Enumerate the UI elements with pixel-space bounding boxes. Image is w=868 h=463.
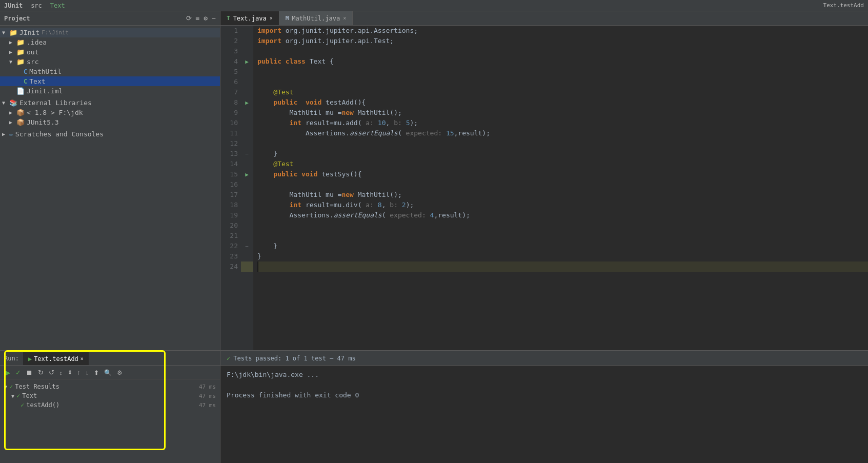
ln-8: 8 [220, 97, 241, 108]
gutter-fold-13[interactable]: − [245, 149, 249, 159]
run-tab-active[interactable]: ▶ Text.testAdd × [23, 351, 89, 365]
run-collapse-btn[interactable]: ↓ [84, 368, 91, 377]
junit-label: JUnit5.3 [27, 118, 59, 126]
arrow-src: ▼ [9, 59, 16, 65]
ln-20: 20 [220, 220, 241, 231]
tree-item-root[interactable]: ▼ 📁 JInit F:\Jinit [0, 28, 220, 37]
sync-icon[interactable]: ⟳ [186, 14, 192, 22]
run-settings-btn[interactable]: ⚙ [115, 368, 125, 377]
src-folder-icon: 📁 [16, 58, 25, 66]
tree-item-idea[interactable]: ▶ 📁 .idea [0, 37, 220, 47]
arrow-out: ▶ [9, 49, 16, 55]
tree-item-out[interactable]: ▶ 📁 out [0, 47, 220, 57]
gutter-fold-22[interactable]: − [245, 241, 249, 251]
run-search-btn[interactable]: 🔍 [102, 368, 114, 377]
run-tab-header: Run: ▶ Text.testAdd × [0, 351, 220, 366]
results-check-icon: ✓ [9, 383, 13, 390]
code-line-6 [257, 77, 868, 87]
root-label: JInit [19, 29, 39, 36]
arrow-scratches: ▶ [2, 131, 9, 137]
run-sort-btn[interactable]: ↕ [57, 369, 65, 377]
code-line-22: } [257, 241, 868, 251]
tree-item-junit[interactable]: ▶ 📦 JUnit5.3 [0, 117, 220, 127]
code-line-7: @Test [257, 87, 868, 97]
ln-4: 4 [220, 56, 241, 67]
gear-icon[interactable]: ⚙ [204, 14, 208, 22]
code-line-12 [257, 138, 868, 149]
status-check-icon: ✓ [227, 355, 230, 362]
tree-item-text[interactable]: C Text [0, 76, 220, 86]
tab-textjava[interactable]: T Text.java × [220, 11, 279, 25]
code-line-13: } [257, 149, 868, 159]
iml-label: Jinit.iml [27, 87, 63, 95]
gutter-run-8[interactable]: ▶ [245, 97, 249, 108]
code-line-14: @Test [257, 159, 868, 169]
run-stop-btn[interactable]: ⏹ [24, 368, 35, 377]
ln-7: 7 [220, 87, 241, 97]
code-line-17: MathUtil mu =new MathUtil(); [257, 190, 868, 200]
tab-mathutil-icon: M [286, 15, 289, 22]
text-expand: ▼ [11, 393, 14, 399]
testadd-check-icon: ✓ [21, 401, 24, 409]
code-editor: 1 2 3 4 5 6 7 8 9 10 11 12 13 14 15 16 1… [220, 26, 868, 350]
testadd-label: testAdd() [26, 401, 59, 409]
ext-libs-label: External Libraries [19, 99, 92, 107]
code-content[interactable]: import org.junit.jupiter.api.Assertions;… [253, 26, 868, 350]
jdk-label: < 1.8 > F:\jdk [27, 109, 83, 116]
sidebar-title: Project [4, 15, 30, 22]
run-tab-close[interactable]: × [80, 356, 84, 361]
root-icon: 📁 [9, 29, 17, 36]
ln-24: 24 [220, 261, 241, 272]
tree-item-iml[interactable]: 📄 Jinit.iml [0, 86, 220, 96]
ln-15: 15 [220, 169, 241, 179]
text-run-time: 47 ms [199, 393, 216, 399]
run-item-text[interactable]: ▼ ✓ Text 47 ms [2, 391, 218, 400]
code-line-9: MathUtil mu =new MathUtil(); [257, 108, 868, 118]
ln-22: 22 [220, 241, 241, 251]
ln-21: 21 [220, 231, 241, 241]
code-line-18: int result=mu.div( a: 8, b: 2); [257, 200, 868, 210]
tab-mathutil-close[interactable]: × [343, 15, 346, 21]
results-expand: ▼ [4, 384, 7, 390]
run-item-results[interactable]: ▼ ✓ Test Results 47 ms [2, 382, 218, 391]
code-line-15: public void testSys(){ [257, 169, 868, 179]
tree-item-jdk[interactable]: ▶ 📦 < 1.8 > F:\jdk [0, 108, 220, 117]
editor-output-area: 1 2 3 4 5 6 7 8 9 10 11 12 13 14 15 16 1… [220, 26, 868, 463]
ln-23: 23 [220, 251, 241, 261]
output-line-2 [227, 380, 862, 390]
arrow-idea: ▶ [9, 39, 16, 45]
run-play-btn[interactable]: ▶ [2, 367, 12, 378]
run-check-btn[interactable]: ✓ [13, 368, 23, 377]
run-sort2-btn[interactable]: ⇕ [66, 368, 74, 377]
tree-item-ext-libs[interactable]: ▼ 📚 External Libraries [0, 98, 220, 108]
tab-mathutiljava[interactable]: M MathUtil.java × [279, 11, 353, 25]
run-rerun-fail-btn[interactable]: ↺ [47, 368, 56, 377]
idea-label: .idea [27, 38, 47, 46]
src-label: src [27, 58, 38, 66]
ln-19: 19 [220, 210, 241, 220]
top-bar: JUnit src Text Text.testAdd [0, 0, 868, 11]
run-label-text: Run: [0, 355, 23, 362]
gutter-run-4[interactable]: ▶ [245, 56, 249, 67]
run-expand-btn[interactable]: ↑ [75, 368, 83, 377]
ln-16: 16 [220, 179, 241, 190]
code-line-24 [257, 261, 868, 272]
tree-item-mathutil[interactable]: C MathUtil [0, 67, 220, 76]
run-export-btn[interactable]: ⬆ [92, 368, 101, 377]
breadcrumb-text: Text [50, 2, 65, 9]
run-item-testadd[interactable]: ✓ testAdd() 47 ms [2, 400, 218, 410]
ln-13: 13 [220, 149, 241, 159]
settings-icon[interactable]: ≡ [196, 14, 200, 22]
minimize-icon[interactable]: − [212, 14, 216, 22]
testadd-time: 47 ms [199, 402, 216, 409]
output-status-bar: ✓ Tests passed: 1 of 1 test – 47 ms [220, 351, 868, 366]
gutter-run-15[interactable]: ▶ [245, 169, 249, 179]
code-line-20 [257, 220, 868, 231]
tree-item-src[interactable]: ▼ 📁 src [0, 57, 220, 67]
code-line-5 [257, 67, 868, 77]
run-rerun-btn[interactable]: ↻ [36, 368, 46, 377]
app-title: JUnit [4, 2, 23, 9]
tab-textjava-icon: T [227, 15, 230, 22]
tab-textjava-close[interactable]: × [270, 15, 273, 21]
tree-item-scratches[interactable]: ▶ ✏️ Scratches and Consoles [0, 129, 220, 139]
